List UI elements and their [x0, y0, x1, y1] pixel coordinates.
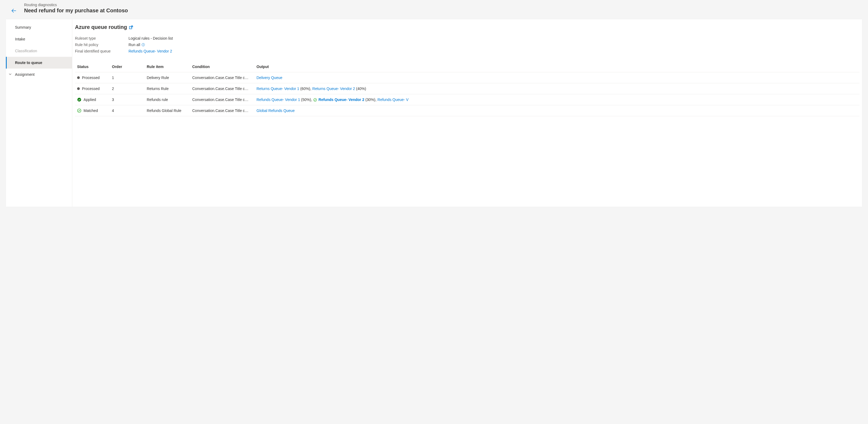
col-header-output[interactable]: Output	[254, 62, 860, 72]
meta-label: Rule hit policy	[75, 42, 128, 47]
condition-cell: Conversation.Case.Case Title c…	[190, 72, 254, 83]
col-header-order[interactable]: Order	[110, 62, 145, 72]
svg-rect-2	[143, 44, 143, 46]
meta-row-ruleset-type: Ruleset type Logical rules - Decision li…	[75, 35, 860, 41]
order-cell: 3	[110, 94, 145, 105]
separator: ,	[311, 97, 313, 102]
output-cell: Global Refunds Queue	[254, 105, 860, 116]
panel: SummaryIntakeClassificationRoute to queu…	[6, 19, 862, 207]
header-text: Routing diagnostics Need refund for my p…	[24, 3, 128, 14]
output-pct: (60%)	[300, 87, 310, 91]
table-header-row: Status Order Rule item Condition Output	[75, 62, 860, 72]
table-row[interactable]: Processed2Returns RuleConversation.Case.…	[75, 83, 860, 94]
sidebar-item-label: Classification	[15, 49, 37, 53]
status-matched-icon	[77, 109, 82, 113]
meta-rows: Ruleset type Logical rules - Decision li…	[75, 35, 860, 54]
breadcrumb[interactable]: Routing diagnostics	[24, 3, 128, 7]
sidebar-item-route-to-queue[interactable]: Route to queue	[6, 57, 72, 68]
order-cell: 1	[110, 72, 145, 83]
table-row[interactable]: Matched4Refunds Global RuleConversation.…	[75, 105, 860, 116]
rule-item-cell: Delivery Rule	[145, 72, 190, 83]
arrow-left-icon	[11, 8, 16, 13]
order-cell: 4	[110, 105, 145, 116]
output-cell: Delivery Queue	[254, 72, 860, 83]
sidebar-item-summary[interactable]: Summary	[6, 22, 72, 33]
status-cell: Processed	[77, 87, 107, 91]
sidebar: SummaryIntakeClassificationRoute to queu…	[6, 19, 72, 207]
main-heading: Azure queue routing	[75, 24, 860, 30]
output-cell: Returns Queue- Vendor 1 (60%), Returns Q…	[254, 83, 860, 94]
table-row[interactable]: Applied3Refunds ruleConversation.Case.Ca…	[75, 94, 860, 105]
output-queue-link[interactable]: Returns Queue- Vendor 2	[312, 87, 355, 91]
output-queue-link[interactable]: Returns Queue- Vendor 1	[256, 87, 299, 91]
output-queue-link[interactable]: Refunds Queue- Vendor 2	[319, 97, 364, 102]
col-header-condition[interactable]: Condition	[190, 62, 254, 72]
condition-cell: Conversation.Case.Case Title c…	[190, 105, 254, 116]
output-queue-link[interactable]: Global Refunds Queue	[256, 109, 294, 113]
popout-icon	[128, 25, 133, 30]
status-cell: Matched	[77, 109, 107, 113]
info-icon[interactable]	[142, 43, 145, 47]
order-cell: 2	[110, 83, 145, 94]
main-heading-text: Azure queue routing	[75, 24, 127, 30]
sidebar-item-label: Route to queue	[15, 61, 42, 65]
meta-label: Final identified queue	[75, 49, 128, 53]
svg-point-4	[313, 98, 316, 101]
main-content: Azure queue routing Ruleset type Logical…	[72, 19, 862, 207]
meta-row-final-queue: Final identified queue Refunds Queue- Ve…	[75, 48, 860, 54]
check-circle-icon	[313, 98, 317, 102]
sidebar-item-assignment[interactable]: Assignment	[6, 68, 72, 80]
separator: ,	[310, 87, 312, 91]
output-queue-link[interactable]: Delivery Queue	[256, 75, 282, 80]
svg-point-5	[78, 109, 81, 113]
rule-item-cell: Refunds Global Rule	[145, 105, 190, 116]
condition-cell: Conversation.Case.Case Title c…	[190, 83, 254, 94]
status-label: Applied	[84, 97, 96, 102]
final-queue-link[interactable]: Refunds Queue- Vendor 2	[128, 49, 172, 53]
svg-point-3	[78, 98, 81, 101]
output-pct: (40%)	[356, 87, 366, 91]
status-processed-icon	[77, 76, 80, 79]
meta-value-text: Run all	[128, 42, 140, 47]
separator: ,	[375, 97, 377, 102]
sidebar-item-classification: Classification	[6, 45, 72, 57]
status-label: Processed	[82, 75, 100, 80]
status-cell: Processed	[77, 75, 107, 80]
col-header-status[interactable]: Status	[75, 62, 110, 72]
table-row[interactable]: Processed1Delivery RuleConversation.Case…	[75, 72, 860, 83]
output-pct: (30%)	[366, 97, 375, 102]
sidebar-item-label: Summary	[15, 25, 31, 29]
meta-value: Logical rules - Decision list	[128, 36, 173, 40]
status-label: Matched	[84, 109, 98, 113]
status-processed-icon	[77, 87, 80, 90]
output-pct: (50%)	[301, 97, 311, 102]
back-button[interactable]	[7, 4, 20, 17]
condition-cell: Conversation.Case.Case Title c…	[190, 94, 254, 105]
svg-point-1	[143, 44, 144, 44]
rule-item-cell: Refunds rule	[145, 94, 190, 105]
page-title: Need refund for my purchase at Contoso	[24, 7, 128, 14]
status-label: Processed	[82, 87, 100, 91]
rules-table: Status Order Rule item Condition Output …	[75, 62, 860, 116]
status-applied-icon	[77, 97, 82, 102]
sidebar-item-label: Assignment	[15, 72, 34, 77]
meta-value: Run all	[128, 42, 145, 47]
status-cell: Applied	[77, 97, 107, 102]
output-queue-link[interactable]: Refunds Queue- V	[377, 97, 409, 102]
rule-item-cell: Returns Rule	[145, 83, 190, 94]
open-in-new-window-button[interactable]	[128, 25, 133, 30]
output-cell: Refunds Queue- Vendor 1 (50%), Refunds Q…	[254, 94, 860, 105]
sidebar-item-label: Intake	[15, 37, 25, 41]
output-queue-link[interactable]: Refunds Queue- Vendor 1	[256, 97, 300, 102]
col-header-rule-item[interactable]: Rule item	[145, 62, 190, 72]
sidebar-item-intake[interactable]: Intake	[6, 33, 72, 45]
header: Routing diagnostics Need refund for my p…	[0, 0, 868, 19]
meta-row-rule-hit-policy: Rule hit policy Run all	[75, 41, 860, 48]
chevron-down-icon	[8, 72, 12, 77]
meta-label: Ruleset type	[75, 36, 128, 40]
